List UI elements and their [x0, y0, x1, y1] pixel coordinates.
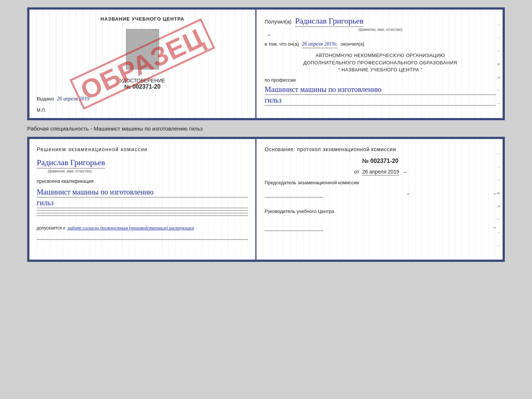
qual-line1: Машинист машины по изготовлению — [37, 187, 248, 197]
bottom-doc-right: Основание: протокол экзаменационной коми… — [256, 139, 503, 260]
chairman-signature — [265, 189, 323, 197]
bottom-right-edge: – – – и ,а ← – – — [495, 139, 503, 260]
dash-5: ,а — [497, 75, 500, 79]
cert-number: № 002371-20 — [37, 83, 248, 90]
bdash-6: ← — [497, 217, 501, 221]
received-label: Получил(а) — [265, 19, 291, 25]
completed-suffix: окончил(а) — [341, 41, 364, 47]
mp-label: М.П. — [37, 108, 248, 113]
protocol-number: № 002371-20 — [265, 158, 496, 164]
dash-4: и — [497, 62, 500, 66]
head-signature — [265, 222, 323, 231]
dash-1: – — [497, 22, 500, 26]
received-row: Получил(а) Радислав Григорьев (фамилия, … — [265, 16, 496, 38]
decision-title: Решением экзаменационной комиссии — [37, 146, 248, 153]
bdash-4: и — [497, 191, 500, 195]
document-container: НАЗВАНИЕ УЧЕБНОГО ЦЕНТРА УДОСТОВЕРЕНИЕ №… — [27, 7, 505, 262]
top-doc-left: НАЗВАНИЕ УЧЕБНОГО ЦЕНТРА УДОСТОВЕРЕНИЕ №… — [29, 10, 256, 118]
chairman-title: Председатель экзаменационной комиссии — [265, 179, 496, 186]
bottom-name-block: Радислав Григорьев (фамилия, имя, отчест… — [37, 158, 248, 173]
photo-placeholder — [126, 29, 159, 70]
allowed-text: работе согласно должностным (производств… — [68, 225, 194, 231]
bdash-7: – — [497, 230, 500, 234]
profession-block: по профессии Машинист машины по изготовл… — [265, 77, 496, 106]
bottom-doc-left: Решением экзаменационной комиссии Радисл… — [29, 139, 256, 260]
cert-label: УДОСТОВЕРЕНИЕ — [37, 78, 248, 83]
dash-3: – — [497, 49, 500, 53]
qualification-block: Машинист машины по изготовлению гильз — [37, 187, 248, 218]
dash-right-1: – — [407, 190, 410, 197]
specialty-label: Рабочая специальность - Машинист машины … — [27, 124, 203, 133]
bottom-document: Решением экзаменационной комиссии Радисл… — [27, 137, 505, 262]
issued-label: Выдано — [37, 96, 54, 101]
recipient-name: Радислав Григорьев — [295, 16, 363, 27]
top-doc-right: Получил(а) Радислав Григорьев (фамилия, … — [256, 10, 503, 118]
issued-date: 26 апреля 2019 — [57, 96, 89, 101]
org-block: АВТОНОМНУЮ НЕКОММЕРЧЕСКУЮ ОРГАНИЗАЦИЮ ДО… — [265, 52, 496, 74]
protocol-date-prefix: от — [354, 169, 359, 175]
head-title: Руководитель учебного Центра — [265, 208, 496, 215]
bottom-name-subtitle: (фамилия, имя, отчество) — [48, 169, 248, 173]
profession-line1: Машинист машины по изготовлению — [265, 84, 496, 95]
dash-6: ← — [497, 88, 501, 92]
date-completed-row: в том, что он(а) 26 апреля 2019г. окончи… — [265, 41, 496, 48]
assigned-label: присвоена квалификация — [37, 178, 248, 184]
protocol-date-row: от 26 апреля 2019 – — [265, 169, 496, 175]
allowed-block: допускается к работе согласно должностны… — [37, 225, 248, 240]
org-line1: АВТОНОМНУЮ НЕКОММЕРЧЕСКУЮ ОРГАНИЗАЦИЮ — [265, 52, 496, 59]
completed-date: 26 апреля 2019г. — [302, 41, 338, 48]
dash-7: – — [497, 101, 500, 105]
name-subtitle-top: (фамилия, имя, отчество) — [265, 28, 496, 32]
cert-block: УДОСТОВЕРЕНИЕ № 002371-20 — [37, 78, 248, 90]
bdash-1: – — [497, 152, 500, 156]
basis-text: Основание: протокол экзаменационной коми… — [265, 146, 496, 153]
dash-separator: – — [267, 32, 270, 38]
top-document: НАЗВАНИЕ УЧЕБНОГО ЦЕНТРА УДОСТОВЕРЕНИЕ №… — [27, 7, 505, 120]
issued-row: Выдано 26 апреля 2019 — [37, 93, 248, 102]
chairman-block: Председатель экзаменационной комиссии – … — [265, 179, 496, 197]
right-edge-dashes: – – – и ,а ← – — [495, 10, 503, 118]
allowed-prefix: допускается к — [37, 225, 65, 231]
top-left-title: НАЗВАНИЕ УЧЕБНОГО ЦЕНТРА — [37, 16, 248, 22]
protocol-date: 26 апреля 2019 — [362, 169, 399, 175]
bottom-person-name: Радислав Григорьев — [37, 158, 105, 168]
qual-line2: гильз — [37, 197, 248, 208]
profession-label: по профессии — [265, 77, 496, 83]
date-dash: – — [403, 169, 406, 175]
bdash-3: – — [497, 178, 500, 182]
org-line2: ДОПОЛНИТЕЛЬНОГО ПРОФЕССИОНАЛЬНОГО ОБРАЗО… — [265, 59, 496, 67]
bdash-2: – — [497, 165, 500, 169]
completed-prefix: в том, что он(а) — [265, 41, 299, 47]
bdash-8: – — [497, 243, 500, 247]
head-block: Руководитель учебного Центра – — [265, 208, 496, 231]
dash-2: – — [497, 36, 500, 40]
bdash-5: ,а — [497, 204, 500, 208]
profession-line2: гильз — [265, 95, 496, 106]
org-line3: " НАЗВАНИЕ УЧЕБНОГО ЦЕНТРА " — [265, 66, 496, 74]
